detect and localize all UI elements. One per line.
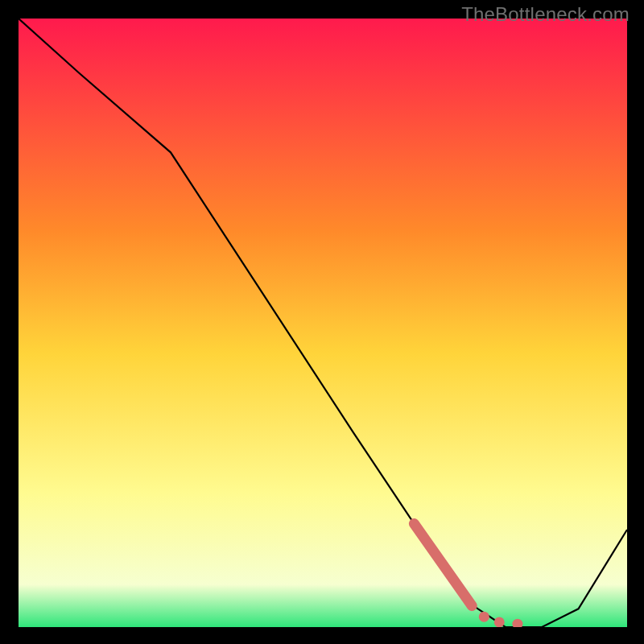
chart-svg	[19, 19, 627, 627]
chart-frame: TheBottleneck.com	[0, 0, 644, 644]
highlight-dot	[479, 612, 489, 622]
gradient-background	[19, 19, 627, 627]
plot-area	[19, 19, 627, 627]
highlight-dot	[494, 617, 505, 627]
watermark-text: TheBottleneck.com	[461, 3, 630, 26]
